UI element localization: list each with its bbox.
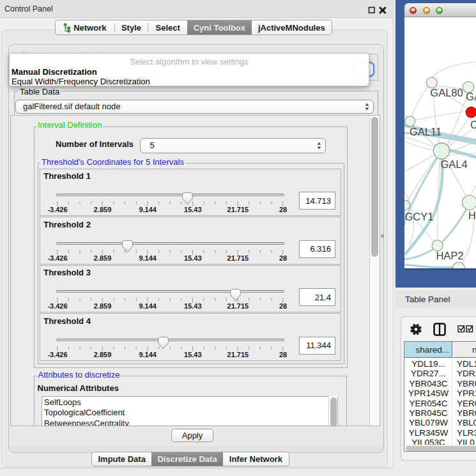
svg-text:HAP2: HAP2 — [436, 250, 463, 261]
svg-text:GCY1: GCY1 — [405, 211, 434, 222]
svg-text:GAL4: GAL4 — [440, 158, 467, 170]
svg-text:GAL80: GAL80 — [430, 87, 463, 98]
svg-text:C: C — [470, 119, 476, 130]
svg-text:GA: GA — [466, 91, 476, 102]
svg-text:GAL11: GAL11 — [410, 126, 441, 137]
svg-text:H: H — [468, 210, 476, 221]
